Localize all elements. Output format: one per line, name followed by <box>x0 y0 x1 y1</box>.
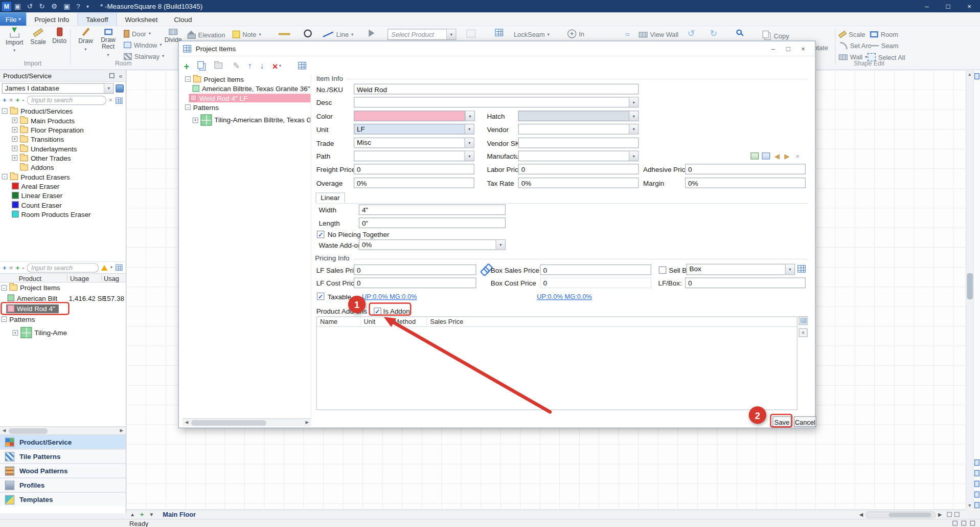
seam-button[interactable]: Seam <box>870 42 899 50</box>
addon-column-name[interactable]: Name <box>317 317 361 326</box>
maximize-button[interactable]: □ <box>938 0 959 12</box>
expand-icon[interactable]: + <box>12 330 18 335</box>
collapse-all-icon[interactable]: - <box>22 97 24 103</box>
import-button[interactable]: Import ▾ <box>3 28 26 59</box>
horizontal-scroll-thumb[interactable] <box>191 420 266 426</box>
note-button[interactable]: Note ▾ <box>233 31 261 38</box>
color-dropdown-button[interactable]: ▾ <box>465 111 475 121</box>
remove-icon[interactable]: × <box>9 264 13 271</box>
sheet-tab-main-floor[interactable]: Main Floor <box>163 511 196 518</box>
nav-item-profiles[interactable]: Profiles <box>0 477 126 492</box>
dock-icon[interactable] <box>974 481 979 487</box>
catalog-search-input[interactable] <box>27 96 106 105</box>
collapse-icon[interactable]: - <box>185 104 191 110</box>
next-image-icon[interactable]: ▶ <box>784 151 789 162</box>
add-sheet-icon[interactable]: + <box>140 511 144 518</box>
collapse-all-icon[interactable]: - <box>22 264 24 271</box>
no-piecing-checkbox[interactable]: ✓ <box>317 231 325 238</box>
scroll-left-icon[interactable]: ◀ <box>0 427 8 434</box>
redo-button[interactable]: ↻ <box>710 28 717 38</box>
addon-column-method[interactable]: Method <box>391 317 427 326</box>
overage-input[interactable] <box>354 178 474 188</box>
shape-scale-button[interactable]: Scale <box>839 31 865 38</box>
tree-item[interactable]: Room Products Eraser <box>0 209 126 218</box>
scroll-up-icon[interactable]: ▲ <box>966 70 973 78</box>
expand-icon[interactable]: + <box>12 127 17 133</box>
tab-worksheet[interactable]: Worksheet <box>117 12 166 26</box>
minimize-button[interactable]: – <box>916 0 938 12</box>
dock-icon[interactable] <box>974 459 979 466</box>
vertical-scrollbar[interactable]: ▲ ▼ <box>966 70 973 510</box>
undo-icon[interactable]: ↺ <box>27 2 33 10</box>
width-input[interactable] <box>359 205 506 215</box>
shape-room-button[interactable]: Room <box>870 31 898 38</box>
collapse-icon[interactable]: - <box>1 285 7 291</box>
file-tab[interactable]: File ▾ <box>0 12 26 26</box>
canvas-hscroll-thumb[interactable] <box>888 512 931 517</box>
vendor-dropdown[interactable]: ▾ <box>518 124 639 135</box>
nav-item-tile-patterns[interactable]: Tile Patterns <box>0 449 126 463</box>
zoom-grid-icon[interactable] <box>961 521 966 526</box>
move-up-icon[interactable]: ↑ <box>248 61 252 70</box>
tree-item[interactable]: - Project Items <box>183 74 311 83</box>
hscroll-right-icon[interactable]: ▶ <box>938 512 942 517</box>
length-input[interactable] <box>359 217 506 228</box>
nav-item-wood-patterns[interactable]: Wood Patterns <box>0 463 126 477</box>
addon-insert-button[interactable] <box>799 316 807 325</box>
expand-all-icon[interactable]: + <box>15 97 19 103</box>
expand-icon[interactable]: + <box>12 146 17 151</box>
toggle-grid-view-icon[interactable] <box>298 62 306 70</box>
tree-item[interactable]: - Patterns <box>183 102 311 112</box>
scroll-down-icon[interactable]: ▼ <box>966 501 973 510</box>
link-prices-icon[interactable] <box>479 265 490 276</box>
tree-item[interactable]: + Tiling-Ame <box>0 324 126 341</box>
lockseam-button[interactable]: LockSeam ▾ <box>514 31 550 38</box>
dialog-tree-scrollbar[interactable]: ◀ ▶ <box>183 418 311 426</box>
layout-icon[interactable] <box>954 512 960 517</box>
dock-icon[interactable] <box>974 470 979 476</box>
tree-item[interactable]: Linear Eraser <box>0 191 126 200</box>
database-select[interactable]: James I database ▾ <box>2 83 114 94</box>
qat-caret-icon[interactable]: ▾ <box>86 4 89 9</box>
tree-item[interactable]: - Product Erasers <box>0 172 126 181</box>
tree-item[interactable]: - Patterns <box>0 314 126 324</box>
tab-cloud[interactable]: Cloud <box>166 12 200 26</box>
horizontal-scroll-thumb[interactable] <box>9 428 48 434</box>
redo-icon[interactable]: ↻ <box>39 2 45 10</box>
tab-takeoff[interactable]: Takeoff <box>77 12 117 26</box>
help-icon[interactable]: ? <box>76 3 80 10</box>
cancel-button[interactable]: Cancel <box>794 416 816 427</box>
desc-dropdown[interactable]: ▾ <box>354 97 639 107</box>
wave-tool-button[interactable]: ≈ <box>625 29 630 39</box>
prev-image-icon[interactable]: ◀ <box>774 151 780 162</box>
open-folder-icon[interactable] <box>214 62 222 69</box>
usage-grid-icon[interactable] <box>116 265 123 271</box>
sell-by-dropdown[interactable]: Box ▾ <box>686 264 795 275</box>
addon-delete-button[interactable]: × <box>799 328 807 337</box>
addon-column-sales-price[interactable]: Sales Price <box>427 317 797 326</box>
select-cursor-button[interactable] <box>369 29 374 37</box>
dialog-close-button[interactable]: × <box>795 42 810 54</box>
collapse-icon[interactable]: - <box>2 108 8 114</box>
dialog-maximize-button[interactable]: □ <box>781 42 795 54</box>
margin-input[interactable] <box>685 178 806 188</box>
zoom-in-button[interactable]: + In <box>567 29 584 38</box>
tree-item[interactable]: Addons <box>0 163 126 172</box>
circle-tool-button[interactable] <box>304 29 312 37</box>
window-button[interactable]: Window ▾ <box>124 41 162 49</box>
lf-cost-price-input[interactable] <box>354 277 476 288</box>
dock-icon[interactable] <box>974 502 979 508</box>
column-divider[interactable] <box>101 274 102 280</box>
float-panel-icon[interactable] <box>109 73 115 78</box>
add-icon[interactable]: + <box>3 97 7 103</box>
database-sync-icon[interactable] <box>116 84 124 92</box>
tree-item[interactable]: + Main Products <box>0 116 126 125</box>
vendor-sku-input[interactable] <box>518 138 639 148</box>
add-item-icon[interactable]: + <box>184 61 189 70</box>
move-down-icon[interactable]: ↓ <box>260 61 264 70</box>
door-button[interactable]: Door ▾ <box>124 30 151 38</box>
remove-image-icon[interactable]: × <box>795 151 800 162</box>
tree-item[interactable]: Areal Eraser <box>0 181 126 190</box>
sell-by-checkbox[interactable] <box>659 266 667 274</box>
undo-button[interactable]: ↺ <box>688 28 695 38</box>
